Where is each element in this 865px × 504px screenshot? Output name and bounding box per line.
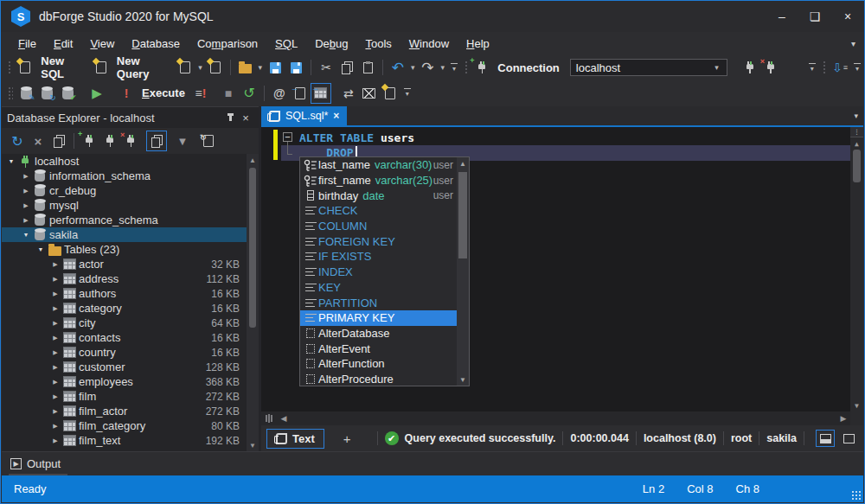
menu-item-help[interactable]: Help — [458, 34, 498, 54]
tree-item-country[interactable]: ▶country16 KB — [2, 345, 259, 360]
new-query-button[interactable] — [91, 57, 112, 78]
scrollbar-thumb[interactable] — [249, 168, 256, 328]
tree-item-cr-debug[interactable]: ▶cr_debug — [2, 183, 259, 198]
execute-script-button[interactable]: ≡! — [190, 83, 211, 104]
save-all-button[interactable] — [285, 57, 306, 78]
undo-dropdown-icon[interactable]: ▾ — [408, 63, 418, 72]
scrollbar-thumb[interactable] — [458, 172, 467, 258]
completion-item-foreign-key[interactable]: FOREIGN KEY — [300, 233, 457, 249]
toolbar-grip[interactable] — [7, 60, 12, 75]
tree-item-address[interactable]: ▶address112 KB — [2, 271, 259, 286]
scroll-up-icon[interactable]: ▲ — [855, 137, 859, 150]
delete-button[interactable]: × — [28, 131, 48, 151]
menu-item-database[interactable]: Database — [123, 34, 189, 54]
tree-item-mysql[interactable]: ▶mysql — [2, 198, 259, 213]
explorer-close-button[interactable]: × — [238, 112, 253, 124]
tree-item-tables-23-[interactable]: ▼Tables (23) — [2, 242, 259, 257]
stop-button[interactable]: ■ — [218, 83, 239, 104]
split-editor-handle[interactable]: ⋮ — [850, 127, 863, 137]
completion-item-birthday[interactable]: birthdaydateuser — [300, 188, 457, 203]
tab-output[interactable]: ▶ Output — [9, 456, 67, 476]
tree-item-film-text[interactable]: ▶film_text192 KB — [2, 433, 259, 448]
export-data-button[interactable]: → — [290, 83, 311, 104]
resize-grip[interactable] — [851, 490, 862, 501]
chart-button[interactable] — [359, 83, 380, 104]
close-button[interactable]: × — [831, 3, 864, 29]
tree-item-film[interactable]: ▶film272 KB — [2, 389, 259, 404]
undo-button[interactable]: ↶ — [388, 57, 408, 78]
tab-close-icon[interactable]: × — [333, 110, 339, 122]
validate-database-button[interactable]: ✔ — [57, 83, 78, 104]
tree-item-category[interactable]: ▶category16 KB — [2, 301, 259, 316]
explorer-new-connection-button[interactable]: + — [79, 131, 99, 151]
new-query-label[interactable]: New Query — [112, 54, 175, 80]
new-window-button[interactable] — [205, 57, 226, 78]
completion-item-alterfunction[interactable]: AlterFunction — [300, 356, 457, 372]
editor-horizontal-scrollbar[interactable]: ◀ ▶ — [261, 411, 863, 425]
completion-item-alterevent[interactable]: AlterEvent — [300, 341, 457, 356]
new-pivot-button[interactable] — [380, 83, 400, 104]
paste-button[interactable] — [357, 57, 378, 78]
completion-item-last-name[interactable]: last_namevarchar(30)user — [300, 157, 457, 173]
menu-item-view[interactable]: View — [81, 34, 123, 54]
scrollbar-thumb[interactable] — [853, 150, 861, 182]
split-handle[interactable] — [261, 411, 277, 425]
filter-button[interactable]: ▼ — [172, 131, 193, 151]
cut-button[interactable]: ✂ — [316, 57, 336, 78]
connection-combobox[interactable]: localhost ▾ — [570, 59, 727, 76]
connection-dropdown-icon[interactable]: ▾ — [712, 63, 721, 72]
scroll-right-icon[interactable]: ▶ — [836, 414, 850, 423]
menu-item-edit[interactable]: Edit — [45, 34, 81, 54]
menu-item-sql[interactable]: SQL — [266, 34, 306, 54]
sql-editor[interactable]: – ALTER TABLE users DROP last_namevarcha… — [261, 127, 863, 411]
execute-to-grid-button[interactable]: → — [311, 83, 331, 104]
menu-item-comparison[interactable]: Comparison — [189, 34, 266, 54]
redo-button[interactable]: ↷ — [417, 57, 438, 78]
code-line-1[interactable]: ALTER TABLE users — [299, 131, 414, 145]
tree-item-film-actor[interactable]: ▶film_actor272 KB — [2, 404, 259, 418]
toolbar-grip[interactable] — [464, 60, 469, 75]
connection-overflow-button[interactable]: ▾ — [805, 63, 819, 73]
send-mail-button[interactable]: @ — [269, 83, 290, 104]
disconnect-button[interactable]: × — [760, 57, 781, 78]
completion-item-column[interactable]: COLUMN — [300, 219, 457, 234]
refresh-button[interactable]: ↻ — [7, 131, 28, 151]
tab-list-dropdown-icon[interactable]: ▾ — [854, 112, 858, 120]
scroll-down-icon[interactable]: ▼ — [247, 439, 259, 451]
new-document-dropdown-icon[interactable]: ▾ — [195, 63, 205, 72]
tree-item-film-category[interactable]: ▶film_category80 KB — [2, 418, 259, 433]
tree-item-actor[interactable]: ▶actor32 KB — [2, 257, 259, 271]
refresh-objects-button[interactable]: ↻ — [198, 131, 219, 151]
minimize-button[interactable]: – — [766, 3, 798, 29]
tree-item-contacts[interactable]: ▶contacts16 KB — [2, 330, 259, 345]
editor-vertical-scrollbar[interactable]: ⋮ ▲ ▼ — [850, 127, 863, 411]
new-connection-button[interactable]: + — [471, 57, 492, 78]
completion-item-index[interactable]: INDEX — [300, 265, 457, 280]
scroll-up-icon[interactable]: ▲ — [459, 157, 466, 169]
tree-item-customer[interactable]: ▶customer128 KB — [2, 360, 259, 374]
copy-button[interactable] — [336, 57, 357, 78]
tree-item-authors[interactable]: ▶authors16 KB — [2, 286, 259, 301]
connect-button[interactable] — [740, 57, 760, 78]
completion-item-first-name[interactable]: first_namevarchar(25)user — [300, 173, 457, 188]
database-indicator[interactable]: sakila — [766, 432, 797, 444]
menu-item-debug[interactable]: Debug — [306, 34, 356, 54]
add-view-button[interactable]: + — [338, 431, 356, 446]
redo-dropdown-icon[interactable]: ▾ — [438, 63, 447, 72]
fold-margin[interactable]: – — [283, 131, 292, 155]
save-button[interactable] — [265, 57, 285, 78]
edit-database-button[interactable]: ✎ — [16, 83, 36, 104]
tree-item-sakila[interactable]: ▼sakila — [2, 227, 259, 242]
user-indicator[interactable]: root — [731, 432, 752, 444]
format-overflow-button[interactable]: ▾ — [850, 63, 864, 73]
indent-format-button[interactable]: ⇩≡ — [830, 57, 850, 78]
run-button[interactable]: ▶ — [86, 83, 107, 104]
completion-item-check[interactable]: CHECK — [300, 203, 457, 219]
toolbar-grip[interactable] — [7, 86, 13, 101]
tree-item-city[interactable]: ▶city64 KB — [2, 316, 259, 330]
toolbar-overflow-button[interactable]: ▾ — [447, 63, 461, 73]
autocomplete-scrollbar[interactable]: ▲ ▼ — [457, 157, 469, 386]
completion-item-alterdatabase[interactable]: AlterDatabase — [300, 326, 457, 341]
explorer-disconnect-button[interactable]: × — [120, 131, 141, 151]
completion-item-alterprocedure[interactable]: AlterProcedure — [300, 372, 457, 386]
